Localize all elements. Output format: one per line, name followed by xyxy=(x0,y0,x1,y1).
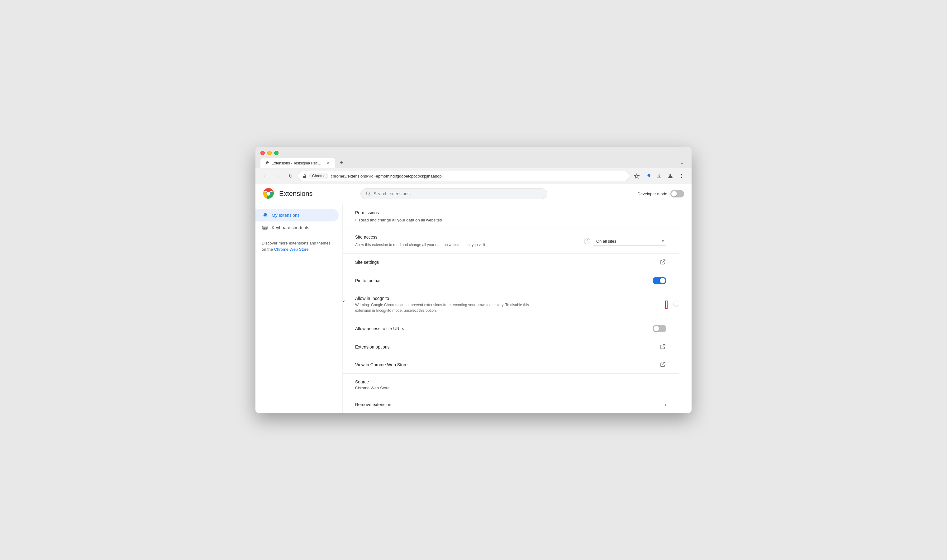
close-window-button[interactable] xyxy=(260,151,265,155)
site-access-title: Site access xyxy=(355,234,486,240)
keyboard-shortcuts-label: Keyboard shortcuts xyxy=(272,225,310,230)
title-bar: Extensions - Testsigma Reco... ✕ + ⌄ xyxy=(256,147,691,168)
svg-point-2 xyxy=(670,174,671,176)
back-button[interactable]: ← xyxy=(260,171,270,181)
tab-strip-chevron-icon[interactable]: ⌄ xyxy=(678,158,687,167)
svg-rect-14 xyxy=(266,227,266,228)
pin-toolbar-slider xyxy=(653,277,666,285)
minimize-window-button[interactable] xyxy=(267,151,272,155)
dev-mode-label: Developer mode xyxy=(637,192,667,196)
svg-point-5 xyxy=(681,177,682,178)
new-tab-button[interactable]: + xyxy=(337,158,346,167)
svg-rect-13 xyxy=(265,227,266,228)
permissions-item: Read and change all your data on all web… xyxy=(355,218,666,222)
site-settings-row: Site settings xyxy=(343,254,679,271)
menu-icon[interactable] xyxy=(677,171,687,181)
address-bar[interactable]: Chrome chrome://extensions/?id=epmomlhdj… xyxy=(298,171,629,181)
allow-incognito-label: Allow in Incognito xyxy=(355,296,530,301)
extension-tab-icon xyxy=(264,161,269,166)
allow-file-urls-toggle[interactable] xyxy=(653,325,666,332)
pin-toolbar-row: Pin to toolbar xyxy=(343,271,679,290)
sidebar-item-keyboard-shortcuts[interactable]: Keyboard shortcuts xyxy=(256,222,339,234)
my-extensions-label: My extensions xyxy=(272,213,299,218)
allow-incognito-row: Allow in Incognito Warning: Google Chrom… xyxy=(343,290,679,319)
svg-point-8 xyxy=(266,192,270,195)
lock-icon xyxy=(302,174,307,178)
allow-file-urls-slider xyxy=(653,325,666,332)
nav-actions xyxy=(632,171,687,181)
site-settings-external-link-icon[interactable] xyxy=(660,259,666,265)
bookmark-icon[interactable] xyxy=(632,171,642,181)
pin-toolbar-label: Pin to toolbar xyxy=(355,278,381,283)
allow-file-urls-row: Allow access to file URLs xyxy=(343,319,679,338)
source-title: Source xyxy=(355,379,666,384)
sidebar-item-my-extensions[interactable]: My extensions xyxy=(256,209,339,222)
search-icon xyxy=(366,191,371,196)
chrome-web-store-link[interactable]: Chrome Web Store xyxy=(274,247,309,252)
chrome-logo-icon xyxy=(263,188,274,199)
pin-toolbar-toggle[interactable] xyxy=(653,277,666,285)
profile-icon[interactable] xyxy=(665,171,675,181)
remove-extension-label: Remove extension xyxy=(355,402,391,407)
sidebar: My extensions xyxy=(256,204,343,413)
extensions-header: Extensions Developer mode xyxy=(256,184,691,204)
allow-file-urls-label: Allow access to file URLs xyxy=(355,326,404,331)
downloads-icon[interactable] xyxy=(654,171,664,181)
site-access-select[interactable]: On all sites On specific sites Only when… xyxy=(593,237,666,246)
svg-rect-10 xyxy=(262,226,267,229)
site-access-content: Site access Allow this extension to read… xyxy=(355,234,486,248)
sidebar-discover: Discover more extensions and themes on t… xyxy=(256,234,342,258)
view-webstore-row: View in Chrome Web Store xyxy=(343,356,679,374)
address-url-text: chrome://extensions/?id=epmomlhdjfgdobef… xyxy=(331,174,625,178)
remove-extension-row[interactable]: Remove extension › xyxy=(343,396,679,413)
svg-rect-0 xyxy=(303,176,306,178)
site-access-controls: ? On all sites On specific sites Only wh… xyxy=(584,237,666,246)
permissions-section: Permissions Read and change all your dat… xyxy=(343,204,679,229)
remove-extension-chevron-icon: › xyxy=(665,402,666,408)
forward-button[interactable]: → xyxy=(273,171,283,181)
svg-rect-16 xyxy=(264,228,266,229)
extension-options-external-link-icon[interactable] xyxy=(660,344,666,350)
keyboard-icon xyxy=(262,225,268,231)
svg-rect-17 xyxy=(266,228,267,229)
annotation-arrow xyxy=(343,299,346,310)
active-tab[interactable]: Extensions - Testsigma Reco... ✕ xyxy=(260,158,335,168)
source-section: Source Chrome Web Store xyxy=(343,374,679,396)
allow-incognito-content: Allow in Incognito Warning: Google Chrom… xyxy=(355,296,530,313)
svg-point-3 xyxy=(681,174,682,175)
tab-close-button[interactable]: ✕ xyxy=(325,161,330,166)
right-panel xyxy=(679,204,691,413)
tab-title: Extensions - Testsigma Reco... xyxy=(272,161,323,165)
site-access-help-icon[interactable]: ? xyxy=(584,238,590,244)
svg-rect-11 xyxy=(263,227,264,228)
dev-mode-slider xyxy=(670,190,684,197)
site-access-label: Allow this extension to read and change … xyxy=(355,242,486,248)
site-settings-label: Site settings xyxy=(355,260,379,265)
maximize-window-button[interactable] xyxy=(274,151,279,155)
svg-point-4 xyxy=(681,176,682,177)
detail-panel: Permissions Read and change all your dat… xyxy=(343,204,679,413)
main-content: Extensions Developer mode xyxy=(256,184,691,413)
svg-rect-1 xyxy=(657,177,661,178)
body-layout: My extensions xyxy=(256,204,691,413)
traffic-lights xyxy=(260,151,687,155)
search-bar[interactable] xyxy=(360,188,547,199)
permissions-title: Permissions xyxy=(355,210,666,215)
source-value: Chrome Web Store xyxy=(355,386,666,390)
view-webstore-external-link-icon[interactable] xyxy=(660,362,666,368)
svg-rect-12 xyxy=(264,227,265,228)
svg-rect-15 xyxy=(263,228,264,229)
extensions-icon[interactable] xyxy=(643,171,653,181)
browser-window: Extensions - Testsigma Reco... ✕ + ⌄ ← →… xyxy=(256,147,691,413)
site-access-row: Site access Allow this extension to read… xyxy=(343,229,679,254)
extension-options-label: Extension options xyxy=(355,345,390,349)
puzzle-icon xyxy=(262,212,268,218)
navigation-bar: ← → ↻ Chrome chrome://extensions/?id=epm… xyxy=(256,168,691,184)
dev-mode-toggle[interactable] xyxy=(670,190,684,197)
chrome-badge: Chrome xyxy=(310,173,328,179)
dev-mode-section: Developer mode xyxy=(637,190,684,197)
permissions-item-text: Read and change all your data on all web… xyxy=(359,218,442,222)
refresh-button[interactable]: ↻ xyxy=(285,171,295,181)
tabs-row: Extensions - Testsigma Reco... ✕ + ⌄ xyxy=(260,158,687,168)
search-input[interactable] xyxy=(374,191,542,196)
